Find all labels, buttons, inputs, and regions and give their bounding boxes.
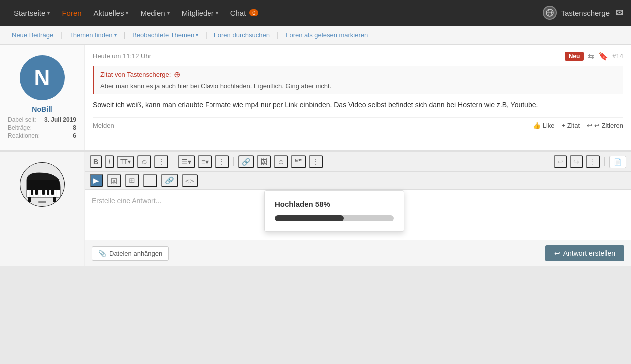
post-text: Soweit ich weiß, kann man erlaubte Forma… — [93, 100, 623, 110]
reply-sidebar — [0, 152, 85, 266]
joined-label: Dabei seit: — [8, 116, 36, 123]
like-button[interactable]: 👍 Like — [533, 122, 555, 129]
nav-foren-label: Foren — [62, 9, 81, 17]
nav-aktuelles-chevron: ▾ — [126, 10, 128, 16]
top-navigation: Startseite ▾ Foren Aktuelles ▾ Medien ▾ … — [0, 0, 631, 26]
align-button[interactable]: ≡▾ — [198, 155, 212, 168]
reply-icon: ↩ — [587, 122, 592, 129]
text-style-button[interactable]: TT▾ — [117, 156, 134, 168]
subnav-neue-beitraege-label: Neue Beiträge — [12, 31, 53, 39]
avatar: N — [20, 55, 65, 100]
subnav-foren-durchsuchen-label: Foren durchsuchen — [214, 31, 270, 39]
quote-author-text: Zitat von Tastenscherge: — [100, 71, 171, 78]
reply-editor-card: B I TT▾ ☺ ⋮ ☰▾ ≡▾ ⋮ 🔗 🖼 ☺ ❝❞ ⋮ — [0, 152, 631, 266]
subnav-neue-beitraege[interactable]: Neue Beiträge — [8, 31, 57, 39]
smiley-button[interactable]: ☺ — [137, 155, 151, 168]
upload-title-text: Hochladen 58% — [275, 200, 330, 208]
toolbar-row2-wrapper: ▶ 🖼 ⊞ — 🔗 — [85, 172, 631, 190]
table-toolbar-button[interactable]: ⊞ — [125, 174, 139, 187]
posts-value: 8 — [73, 124, 76, 131]
subnav-als-gelesen[interactable]: Foren als gelesen markieren — [282, 31, 372, 39]
subnav-divider-2: | — [124, 31, 126, 39]
code-toolbar-button[interactable]: <> — [182, 174, 198, 187]
quote-icon: ⊕ — [174, 70, 180, 79]
svg-rect-8 — [47, 190, 49, 195]
table-icon: ⊞ — [129, 176, 135, 184]
editor-toolbar: B I TT▾ ☺ ⋮ ☰▾ ≡▾ ⋮ 🔗 🖼 ☺ ❝❞ ⋮ — [85, 152, 631, 172]
toolbar-sep-2 — [233, 157, 234, 166]
video-icon: ▶ — [93, 176, 99, 184]
more-insert-button[interactable]: ⋮ — [309, 155, 323, 168]
unlink-toolbar-button[interactable]: 🔗 — [161, 174, 178, 187]
svg-rect-7 — [42, 190, 45, 195]
undo-button[interactable]: ↩ — [554, 155, 567, 168]
quote-button[interactable]: + Zitat — [562, 122, 580, 129]
video-toolbar-button[interactable]: ▶ — [90, 174, 103, 187]
more-format-button[interactable]: ⋮ — [154, 155, 168, 168]
nav-startseite-label: Startseite — [14, 9, 45, 17]
new-badge: Neu — [565, 52, 584, 61]
subnav-beobachtete-themen-label: Beobachtete Themen — [132, 31, 194, 39]
bold-button[interactable]: B — [90, 155, 102, 168]
nav-user-globe-icon — [543, 6, 557, 20]
media-icon: 🖼 — [110, 177, 118, 185]
bookmark-icon[interactable]: 🔖 — [598, 51, 608, 61]
like-label: Like — [543, 122, 555, 129]
post-card: N NoBill Dabei seit: 3. Juli 2019 Beiträ… — [0, 45, 631, 150]
nav-foren[interactable]: Foren — [56, 0, 87, 26]
redo-button[interactable]: ↪ — [570, 155, 583, 168]
progress-bar-fill — [275, 215, 344, 221]
post-footer-actions: 👍 Like + Zitat ↩ ↩ Zitieren — [533, 122, 623, 129]
toolbar-right: ↩ ↪ ⋮ 📄 — [554, 155, 626, 168]
attach-label: Dateien anhängen — [109, 250, 162, 257]
svg-rect-18 — [28, 197, 31, 202]
subnav-beobachtete-themen[interactable]: Beobachtete Themen ▾ — [128, 31, 202, 39]
post-header: Heute um 11:12 Uhr Neu ⇆ 🔖 #14 — [93, 51, 623, 61]
share-icon[interactable]: ⇆ — [588, 51, 594, 61]
submit-label: Antwort erstellen — [563, 249, 615, 257]
more-history-button[interactable]: ⋮ — [586, 155, 600, 168]
nav-medien-chevron: ▾ — [167, 10, 170, 16]
user-reactions-row: Reaktionen: 6 — [8, 132, 76, 139]
subnav-themen-finden-chevron: ▾ — [114, 32, 117, 38]
submit-reply-button[interactable]: ↩ Antwort erstellen — [545, 245, 624, 261]
nav-aktuelles[interactable]: Aktuelles ▾ — [88, 0, 135, 26]
reactions-label: Reaktionen: — [8, 132, 40, 139]
link-button[interactable]: 🔗 — [238, 155, 254, 168]
subnav-divider-4: | — [277, 31, 279, 39]
svg-rect-9 — [51, 190, 54, 195]
nav-envelope-icon[interactable]: ✉ — [616, 7, 623, 18]
nav-startseite[interactable]: Startseite ▾ — [8, 0, 56, 26]
sub-navigation: Neue Beiträge | Themen finden ▾ | Beobac… — [0, 26, 631, 45]
more-align-button[interactable]: ⋮ — [215, 155, 229, 168]
attach-files-button[interactable]: 📎 Dateien anhängen — [92, 246, 169, 261]
upload-popup: Hochladen 58% — [264, 190, 404, 232]
chat-badge: 0 — [249, 9, 258, 16]
nav-chat[interactable]: Chat 0 — [224, 0, 265, 26]
post-actions-right: Neu ⇆ 🔖 #14 — [565, 51, 623, 61]
nav-startseite-chevron: ▾ — [47, 10, 50, 16]
nav-user[interactable]: Tastenscherge — [543, 6, 610, 20]
emoji-button[interactable]: ☺ — [274, 155, 288, 168]
image-button[interactable]: 🖼 — [257, 155, 271, 168]
nav-aktuelles-label: Aktuelles — [94, 9, 124, 17]
reactions-value: 6 — [73, 132, 76, 139]
subnav-divider-3: | — [205, 31, 207, 39]
media-toolbar-button[interactable]: 🖼 — [107, 174, 121, 187]
blockquote-button[interactable]: ❝❞ — [291, 155, 306, 168]
subnav-foren-durchsuchen[interactable]: Foren durchsuchen — [210, 31, 274, 39]
subnav-themen-finden[interactable]: Themen finden ▾ — [65, 31, 121, 39]
thumbs-up-icon: 👍 — [533, 122, 541, 129]
unlink-icon: 🔗 — [165, 176, 174, 184]
preview-button[interactable]: 📄 — [609, 156, 626, 168]
italic-button[interactable]: I — [105, 155, 114, 168]
nav-medien[interactable]: Medien ▾ — [134, 0, 175, 26]
nav-mitglieder[interactable]: Mitglieder ▾ — [176, 0, 224, 26]
list-button[interactable]: ☰▾ — [178, 155, 195, 168]
report-link[interactable]: Melden — [93, 122, 114, 129]
cite-button[interactable]: ↩ ↩ Zitieren — [587, 122, 623, 129]
quote-text: Aber man kann es ja auch hier bei Clavio… — [100, 82, 617, 90]
username[interactable]: NoBill — [32, 105, 52, 113]
code-icon: <> — [185, 177, 194, 185]
hr-toolbar-button[interactable]: — — [143, 174, 157, 187]
